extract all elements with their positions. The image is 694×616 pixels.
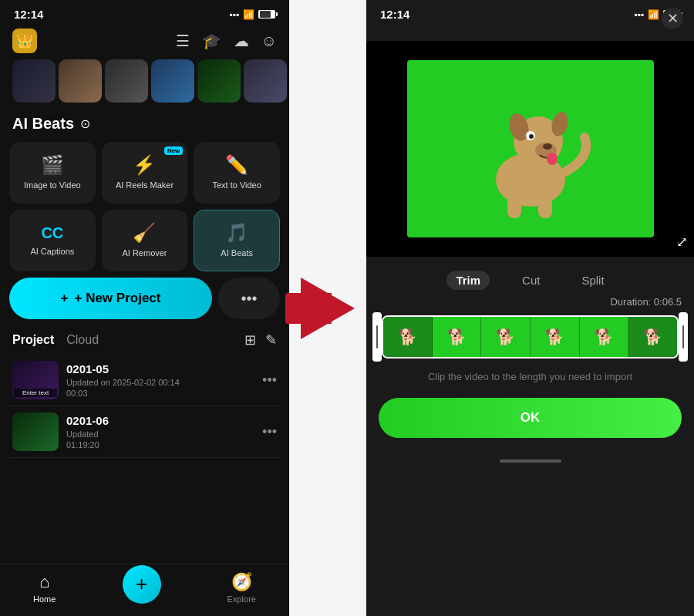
- project-header-icons: ⊞ ✎: [244, 332, 277, 348]
- project-thumbnail: [12, 412, 59, 451]
- ai-remover-label: AI Remover: [122, 248, 167, 258]
- left-status-icons: ▪▪▪ 📶: [229, 9, 275, 20]
- duration-label: Duration:: [610, 296, 651, 308]
- timeline-handle-right[interactable]: [679, 312, 688, 362]
- app-logo: 👑: [12, 29, 37, 53]
- ai-captions-icon: CC: [41, 224, 63, 242]
- thumbnail-item[interactable]: [12, 59, 56, 103]
- new-project-plus-icon: +: [61, 291, 69, 306]
- add-center-icon: +: [136, 572, 147, 596]
- nav-home-label: Home: [33, 594, 56, 604]
- nav-explore[interactable]: 🧭 Explore: [227, 572, 256, 604]
- clip-hint: Clip the video to the length you need to…: [366, 362, 694, 392]
- grid-view-icon[interactable]: ⊞: [244, 332, 256, 348]
- project-header: Project Cloud ⊞ ✎: [0, 328, 289, 355]
- ai-card-image-to-video[interactable]: 🎬 Image to Video: [9, 142, 96, 204]
- tab-project[interactable]: Project: [12, 333, 54, 347]
- signal-icon: ▪▪▪: [634, 9, 644, 20]
- frame-dog-icon: 🐕: [398, 328, 417, 346]
- tab-cut[interactable]: Cut: [513, 271, 549, 290]
- timeline[interactable]: 🐕 🐕 🐕 🐕 🐕 🐕: [372, 312, 688, 362]
- left-panel: 12:14 ▪▪▪ 📶 👑 ☰ 🎓 ☁ ☺ AI Beats ⊙: [0, 0, 289, 616]
- project-item[interactable]: 0201-06 Updated 01:19:20 •••: [9, 406, 280, 458]
- project-more-icon[interactable]: •••: [262, 372, 277, 389]
- right-status-bar: 12:14 ▪▪▪ 📶: [366, 0, 694, 25]
- ai-card-ai-remover[interactable]: 🧹 AI Remover: [102, 210, 188, 271]
- arrow-section: [289, 0, 366, 616]
- section-title: AI Beats ⊙: [0, 109, 289, 142]
- ok-button[interactable]: OK: [379, 398, 682, 438]
- timeline-frame: 🐕: [628, 317, 677, 357]
- ai-reels-maker-label: AI Reels Maker: [116, 180, 174, 190]
- nav-home[interactable]: ⌂ Home: [33, 572, 56, 604]
- thumbnail-item[interactable]: [105, 59, 148, 103]
- top-nav: 👑 ☰ 🎓 ☁ ☺: [0, 25, 289, 59]
- thumbnail-item[interactable]: [244, 59, 287, 103]
- frame-dog-icon: 🐕: [447, 328, 467, 346]
- right-time: 12:14: [380, 8, 409, 21]
- cloud-icon[interactable]: ☁: [234, 32, 249, 50]
- video-preview: ⤢: [366, 41, 694, 257]
- timeline-frame: 🐕: [580, 317, 629, 357]
- home-indicator: [500, 459, 561, 463]
- project-updated: Updated: [66, 429, 254, 439]
- more-dots-icon: •••: [241, 290, 257, 308]
- frame-dog-icon: 🐕: [595, 328, 614, 346]
- ai-card-ai-beats[interactable]: 🎵 AI Beats: [194, 210, 280, 271]
- nav-icons: ☰ 🎓 ☁ ☺: [176, 32, 277, 50]
- edit-icon[interactable]: ✎: [265, 332, 277, 348]
- expand-icon[interactable]: ⤢: [676, 234, 688, 251]
- project-thumbnail: Enter text: [12, 361, 59, 399]
- education-icon[interactable]: 🎓: [202, 32, 221, 50]
- frame-dog-icon: 🐕: [545, 328, 564, 346]
- project-duration: 00:03: [66, 389, 254, 398]
- project-info: 0201-06 Updated 01:19:20: [66, 414, 254, 449]
- tab-split[interactable]: Split: [572, 271, 613, 290]
- ai-card-text-to-video[interactable]: ✏️ Text to Video: [194, 142, 280, 204]
- project-name: 0201-05: [66, 362, 254, 375]
- image-to-video-label: Image to Video: [24, 180, 81, 190]
- right-panel: 12:14 ▪▪▪ 📶 ✕: [366, 0, 694, 616]
- ai-remover-icon: 🧹: [133, 222, 156, 244]
- close-button[interactable]: ✕: [662, 8, 683, 29]
- bottom-nav: ⌂ Home + 🧭 Explore: [0, 564, 289, 616]
- project-more-icon[interactable]: •••: [262, 424, 277, 440]
- ai-card-ai-captions[interactable]: CC AI Captions: [9, 210, 96, 271]
- timeline-frame: 🐕: [433, 317, 482, 357]
- trim-tabs: Trim Cut Split: [366, 257, 694, 296]
- text-to-video-label: Text to Video: [212, 180, 261, 190]
- ai-cards-row2: CC AI Captions 🧹 AI Remover 🎵 AI Beats: [0, 210, 289, 278]
- ai-captions-label: AI Captions: [30, 247, 74, 257]
- thumbnail-item[interactable]: [197, 59, 241, 103]
- ai-card-ai-reels-maker[interactable]: New ⚡ AI Reels Maker: [102, 142, 188, 204]
- project-tabs: Project Cloud: [12, 333, 99, 347]
- menu-icon[interactable]: ☰: [176, 32, 190, 50]
- close-icon: ✕: [667, 10, 679, 27]
- wifi-icon: 📶: [243, 9, 254, 20]
- timeline-frame: 🐕: [531, 317, 580, 357]
- signal-icon: ▪▪▪: [229, 9, 239, 20]
- ai-beats-icon: 🎵: [225, 222, 248, 244]
- timeline-frame: 🐕: [481, 317, 531, 357]
- green-screen-background: [407, 60, 654, 237]
- project-item[interactable]: Enter text 0201-05 Updated on 2025-02-02…: [9, 355, 280, 406]
- thumbnail-strip: [0, 59, 289, 109]
- svg-point-7: [529, 134, 534, 139]
- ai-reels-maker-icon: ⚡: [133, 154, 156, 176]
- project-duration: 01:19:20: [66, 440, 254, 449]
- ok-label: OK: [520, 410, 541, 426]
- new-project-button[interactable]: + + New Project: [9, 278, 212, 319]
- tab-trim[interactable]: Trim: [446, 271, 490, 290]
- thumbnail-item[interactable]: [59, 59, 102, 103]
- face-icon[interactable]: ☺: [261, 32, 277, 50]
- new-project-label: + New Project: [74, 291, 160, 306]
- tab-cloud[interactable]: Cloud: [66, 333, 99, 347]
- thumbnail-item[interactable]: [151, 59, 194, 103]
- add-center-button[interactable]: +: [123, 565, 161, 604]
- wifi-icon: 📶: [648, 9, 659, 20]
- nav-explore-label: Explore: [227, 594, 256, 604]
- more-button[interactable]: •••: [218, 278, 280, 319]
- project-info: 0201-05 Updated on 2025-02-02 00:14 00:0…: [66, 362, 254, 398]
- timeline-handle-left[interactable]: [372, 312, 382, 362]
- battery-icon: [258, 10, 275, 19]
